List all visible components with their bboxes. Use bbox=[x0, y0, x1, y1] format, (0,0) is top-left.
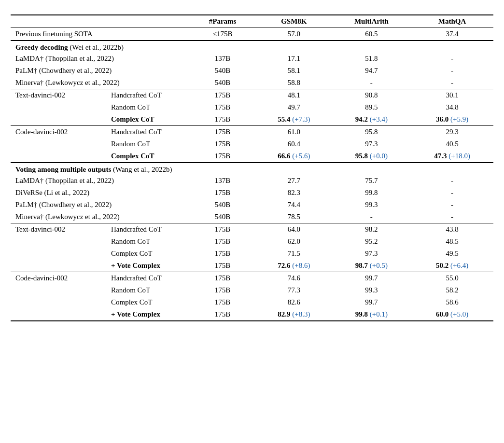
sub-params: 175B bbox=[189, 89, 256, 102]
model-name: Code-davinci-002 bbox=[11, 272, 107, 285]
sub-mathqa: 58.2 bbox=[411, 284, 493, 296]
model-label: PaLM† (Chowdhery et al., 2022) bbox=[11, 199, 189, 211]
sub-params: 175B bbox=[189, 248, 256, 260]
sub-mathqa: 29.3 bbox=[411, 126, 493, 138]
sub-gsm8k: 55.4 (+7.3) bbox=[256, 113, 332, 126]
section-title: Voting among multiple outputs (Wang et a… bbox=[11, 163, 493, 175]
empty-model bbox=[11, 296, 107, 308]
table-row: DiVeRSe (Li et al., 2022) 175B 82.3 99.8… bbox=[11, 187, 493, 199]
sub-mathqa: 40.5 bbox=[411, 138, 493, 150]
sub-multiarith: 97.3 bbox=[332, 248, 411, 260]
sub-params: 175B bbox=[189, 260, 256, 272]
data-mathqa: - bbox=[411, 187, 493, 199]
sub-params: 175B bbox=[189, 296, 256, 308]
table-row: Text-davinci-002 Handcrafted CoT 175B 48… bbox=[11, 89, 493, 102]
empty-model bbox=[11, 308, 107, 321]
method-name: Handcrafted CoT bbox=[107, 223, 189, 236]
model-label: LaMDA† (Thoppilan et al., 2022) bbox=[11, 53, 189, 65]
sub-params: 175B bbox=[189, 308, 256, 321]
sub-multiarith: 98.2 bbox=[332, 223, 411, 236]
empty-model bbox=[11, 260, 107, 272]
model-name: Text-davinci-002 bbox=[11, 89, 107, 102]
table-row: PaLM† (Chowdhery et al., 2022) 540B 74.4… bbox=[11, 199, 493, 211]
section-title: Greedy decoding (Wei et al., 2022b) bbox=[11, 41, 493, 53]
data-mathqa: - bbox=[411, 53, 493, 65]
col-header-params: #Params bbox=[189, 15, 256, 28]
data-mathqa: - bbox=[411, 175, 493, 187]
method-name: Random CoT bbox=[107, 235, 189, 248]
method-name: Complex CoT bbox=[107, 296, 189, 308]
sub-gsm8k: 82.9 (+8.3) bbox=[256, 308, 332, 321]
sub-mathqa: 49.5 bbox=[411, 248, 493, 260]
data-params: 540B bbox=[189, 77, 256, 89]
data-gsm8k: 27.7 bbox=[256, 175, 332, 187]
sub-params: 175B bbox=[189, 284, 256, 296]
sub-gsm8k: 77.3 bbox=[256, 284, 332, 296]
sub-params: 175B bbox=[189, 138, 256, 150]
method-name: Complex CoT bbox=[107, 248, 189, 260]
sub-multiarith: 97.3 bbox=[332, 138, 411, 150]
data-params: 540B bbox=[189, 211, 256, 223]
table-row: PaLM† (Chowdhery et al., 2022) 540B 58.1… bbox=[11, 65, 493, 77]
sota-label: Previous finetuning SOTA bbox=[11, 28, 189, 41]
data-gsm8k: 74.4 bbox=[256, 199, 332, 211]
sub-mathqa: 34.8 bbox=[411, 101, 493, 113]
data-gsm8k: 78.5 bbox=[256, 211, 332, 223]
sub-gsm8k: 61.0 bbox=[256, 126, 332, 138]
sub-multiarith: 99.3 bbox=[332, 284, 411, 296]
model-label: Minerva† (Lewkowycz et al., 2022) bbox=[11, 211, 189, 223]
data-params: 175B bbox=[189, 187, 256, 199]
sub-params: 175B bbox=[189, 101, 256, 113]
sub-gsm8k: 62.0 bbox=[256, 235, 332, 248]
sub-mathqa: 30.1 bbox=[411, 89, 493, 102]
data-gsm8k: 17.1 bbox=[256, 53, 332, 65]
sub-gsm8k: 64.0 bbox=[256, 223, 332, 236]
data-mathqa: - bbox=[411, 77, 493, 89]
table-row: Random CoT 175B 49.7 89.5 34.8 bbox=[11, 101, 493, 113]
data-multiarith: 99.3 bbox=[332, 199, 411, 211]
sub-gsm8k: 49.7 bbox=[256, 101, 332, 113]
model-label: LaMDA† (Thoppilan et al., 2022) bbox=[11, 175, 189, 187]
empty-model bbox=[11, 248, 107, 260]
table-row: Code-davinci-002 Handcrafted CoT 175B 61… bbox=[11, 126, 493, 138]
sub-gsm8k: 74.6 bbox=[256, 272, 332, 285]
data-gsm8k: 58.8 bbox=[256, 77, 332, 89]
table-row: Previous finetuning SOTA ≤175B 57.0 60.5… bbox=[11, 28, 493, 41]
table-row: Minerva† (Lewkowycz et al., 2022) 540B 5… bbox=[11, 77, 493, 89]
data-multiarith: 94.7 bbox=[332, 65, 411, 77]
table-wrapper: #Params GSM8K MultiArith MathQA Previous… bbox=[11, 14, 493, 321]
table-row: Random CoT 175B 77.3 99.3 58.2 bbox=[11, 284, 493, 296]
table-row: Random CoT 175B 60.4 97.3 40.5 bbox=[11, 138, 493, 150]
col-header-gsm8k: GSM8K bbox=[256, 15, 332, 28]
data-params: 540B bbox=[189, 199, 256, 211]
data-gsm8k: 58.1 bbox=[256, 65, 332, 77]
sub-mathqa: 43.8 bbox=[411, 223, 493, 236]
sub-params: 175B bbox=[189, 113, 256, 126]
data-multiarith: 75.7 bbox=[332, 175, 411, 187]
data-params: 137B bbox=[189, 53, 256, 65]
method-name: Random CoT bbox=[107, 284, 189, 296]
method-name: Complex CoT bbox=[107, 150, 189, 163]
data-mathqa: - bbox=[411, 211, 493, 223]
results-table: #Params GSM8K MultiArith MathQA Previous… bbox=[11, 14, 493, 321]
method-name: Handcrafted CoT bbox=[107, 126, 189, 138]
sub-multiarith: 95.2 bbox=[332, 235, 411, 248]
model-label: PaLM† (Chowdhery et al., 2022) bbox=[11, 65, 189, 77]
data-mathqa: - bbox=[411, 199, 493, 211]
empty-model bbox=[11, 101, 107, 113]
table-row: Random CoT 175B 62.0 95.2 48.5 bbox=[11, 235, 493, 248]
sub-mathqa: 60.0 (+5.0) bbox=[411, 308, 493, 321]
sub-gsm8k: 71.5 bbox=[256, 248, 332, 260]
sub-multiarith: 99.8 (+0.1) bbox=[332, 308, 411, 321]
sub-mathqa: 55.0 bbox=[411, 272, 493, 285]
empty-model bbox=[11, 284, 107, 296]
empty-model bbox=[11, 150, 107, 163]
table-row: Complex CoT 175B 82.6 99.7 58.6 bbox=[11, 296, 493, 308]
col-header-mathqa: MathQA bbox=[411, 15, 493, 28]
sub-multiarith: 99.7 bbox=[332, 296, 411, 308]
table-row: LaMDA† (Thoppilan et al., 2022) 137B 27.… bbox=[11, 175, 493, 187]
method-name: Random CoT bbox=[107, 138, 189, 150]
sub-params: 175B bbox=[189, 223, 256, 236]
sub-params: 175B bbox=[189, 126, 256, 138]
sub-mathqa: 47.3 (+18.0) bbox=[411, 150, 493, 163]
